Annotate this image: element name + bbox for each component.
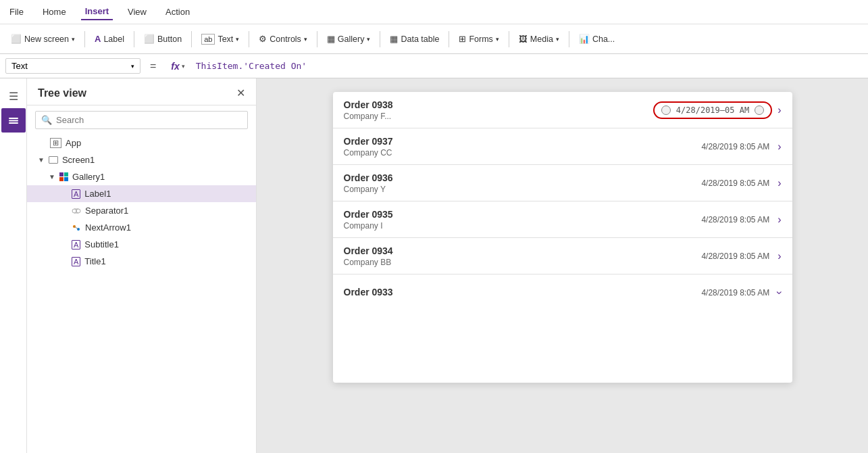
- tree-item-separator1[interactable]: Separator1: [27, 202, 256, 219]
- newscreen-button[interactable]: ⬜ New screen ▾: [5, 31, 80, 47]
- gallery-row-1[interactable]: Order 0937 Company CC 4/28/2019 8:05 AM …: [333, 128, 792, 165]
- row-3-subtitle: Company I: [344, 221, 702, 231]
- main-layout: ☰ Tree view ✕ 🔍 ⊞ App: [0, 78, 868, 453]
- gallery-row-0[interactable]: Order 0938 Company F... 4/28/2019—05 AM …: [333, 92, 792, 128]
- menu-view[interactable]: View: [124, 4, 151, 20]
- svg-rect-2: [9, 122, 18, 124]
- tree-items: ⊞ App ▼ Screen1 ▼ Gallery1: [27, 135, 256, 453]
- tree-title: Tree view: [38, 87, 86, 99]
- app-frame: Order 0938 Company F... 4/28/2019—05 AM …: [333, 92, 792, 383]
- selected-text: 4/28/2019—05 AM: [676, 105, 749, 115]
- gallery-row-3[interactable]: Order 0935 Company I 4/28/2019 8:05 AM ›: [333, 201, 792, 238]
- menu-action[interactable]: Action: [161, 4, 194, 20]
- row-2-arrow[interactable]: ›: [777, 177, 781, 189]
- svg-line-9: [74, 226, 78, 229]
- toolbar-separator-6: [380, 31, 380, 47]
- canvas-area: Order 0938 Company F... 4/28/2019—05 AM …: [257, 78, 868, 453]
- gallery-row-2[interactable]: Order 0936 Company Y 4/28/2019 8:05 AM ›: [333, 165, 792, 201]
- media-button[interactable]: 🖼 Media ▾: [513, 32, 565, 47]
- tree-item-gallery1[interactable]: ▼ Gallery1: [27, 168, 256, 185]
- menu-file[interactable]: File: [5, 4, 28, 20]
- search-icon: 🔍: [41, 115, 52, 125]
- formula-bar: Text ▾ = fx ▾: [0, 54, 868, 78]
- row-5-arrow[interactable]: ›: [773, 291, 786, 294]
- layers-icon[interactable]: [1, 108, 26, 133]
- row-2-date: 4/28/2019 8:05 AM: [701, 178, 769, 188]
- row-5-text: Order 0933: [344, 287, 702, 299]
- tree-search-box[interactable]: 🔍: [35, 111, 248, 129]
- tree-header: Tree view ✕: [27, 78, 256, 105]
- toolbar-separator-2: [134, 31, 134, 47]
- forms-button[interactable]: ⊞ Forms ▾: [453, 31, 504, 47]
- control-node-right: [755, 105, 764, 115]
- label1-icon: A: [72, 189, 80, 199]
- search-input[interactable]: [56, 115, 242, 125]
- separator1-icon: [72, 206, 81, 216]
- row-3-title: Order 0935: [344, 209, 702, 220]
- screen1-expand-icon[interactable]: ▼: [38, 156, 45, 164]
- row-4-date: 4/28/2019 8:05 AM: [701, 252, 769, 261]
- sidebar-icons: ☰: [0, 78, 27, 453]
- toolbar-separator-7: [449, 31, 449, 47]
- row-0-arrow[interactable]: ›: [777, 104, 781, 116]
- charts-button[interactable]: 📊 Cha...: [573, 31, 620, 47]
- svg-point-6: [76, 209, 80, 213]
- tree-item-nextarrow1[interactable]: NextArrow1: [27, 219, 256, 236]
- label-button[interactable]: A Label: [89, 31, 130, 47]
- row-4-text: Order 0934 Company BB: [344, 245, 702, 267]
- row-4-subtitle: Company BB: [344, 258, 702, 267]
- row-5-date: 4/28/2019 8:05 AM: [701, 288, 769, 297]
- controls-icon: ⚙: [259, 34, 267, 44]
- row-4-arrow[interactable]: ›: [777, 250, 781, 262]
- hamburger-menu-icon[interactable]: ☰: [1, 84, 26, 108]
- tree-item-subtitle1[interactable]: A Subtitle1: [27, 236, 256, 253]
- menu-home[interactable]: Home: [39, 4, 70, 20]
- row-1-arrow[interactable]: ›: [777, 141, 781, 153]
- svg-rect-1: [9, 120, 18, 122]
- row-3-text: Order 0935 Company I: [344, 209, 702, 231]
- forms-icon: ⊞: [459, 34, 466, 44]
- tree-item-label1[interactable]: A Label1: [27, 185, 256, 202]
- menu-insert[interactable]: Insert: [81, 3, 113, 20]
- title1-icon: A: [72, 257, 80, 266]
- tree-panel: Tree view ✕ 🔍 ⊞ App ▼ Screen1 ▼: [27, 78, 257, 453]
- gallery-row-4[interactable]: Order 0934 Company BB 4/28/2019 8:05 AM …: [333, 238, 792, 275]
- nextarrow1-icon: [72, 223, 81, 233]
- fx-button[interactable]: fx ▾: [165, 59, 190, 74]
- gallery-list: Order 0938 Company F... 4/28/2019—05 AM …: [333, 92, 792, 311]
- property-dropdown[interactable]: Text ▾: [5, 58, 141, 74]
- newscreen-icon: ⬜: [11, 34, 22, 44]
- row-0-text: Order 0938 Company F...: [344, 99, 648, 121]
- equals-sign: =: [146, 60, 160, 72]
- menu-bar: File Home Insert View Action: [0, 0, 868, 24]
- toolbar-separator-4: [249, 31, 249, 47]
- row-1-subtitle: Company CC: [344, 148, 702, 158]
- controls-button[interactable]: ⚙ Controls ▾: [253, 31, 313, 47]
- row-0-subtitle: Company F...: [344, 112, 648, 121]
- tree-item-title1[interactable]: A Title1: [27, 253, 256, 270]
- svg-point-3: [72, 209, 76, 213]
- datatable-button[interactable]: ▦ Data table: [384, 31, 444, 47]
- row-1-text: Order 0937 Company CC: [344, 136, 702, 158]
- row-4-title: Order 0934: [344, 245, 702, 256]
- toolbar-separator-3: [191, 31, 192, 47]
- gallery1-expand-icon[interactable]: ▼: [49, 173, 55, 181]
- app-icon: ⊞: [50, 138, 61, 148]
- label-icon: A: [95, 34, 101, 44]
- fx-icon: fx: [171, 61, 179, 72]
- media-icon: 🖼: [519, 34, 528, 44]
- row-3-arrow[interactable]: ›: [777, 214, 781, 226]
- toolbar-separator-9: [569, 31, 569, 47]
- gallery-button[interactable]: ▦ Gallery ▾: [322, 31, 376, 47]
- tree-item-screen1[interactable]: ▼ Screen1: [27, 151, 256, 168]
- tree-item-app[interactable]: ⊞ App: [27, 135, 256, 151]
- toolbar: ⬜ New screen ▾ A Label ⬜ Button ab Text …: [0, 24, 868, 54]
- button-button[interactable]: ⬜ Button: [138, 31, 187, 47]
- formula-input[interactable]: [196, 61, 863, 71]
- text-button[interactable]: ab Text ▾: [196, 31, 245, 47]
- button-icon: ⬜: [144, 34, 155, 44]
- text-icon: ab: [201, 34, 215, 45]
- charts-icon: 📊: [579, 34, 590, 44]
- tree-close-button[interactable]: ✕: [236, 87, 245, 99]
- gallery-row-5[interactable]: Order 0933 4/28/2019 8:05 AM ›: [333, 275, 792, 311]
